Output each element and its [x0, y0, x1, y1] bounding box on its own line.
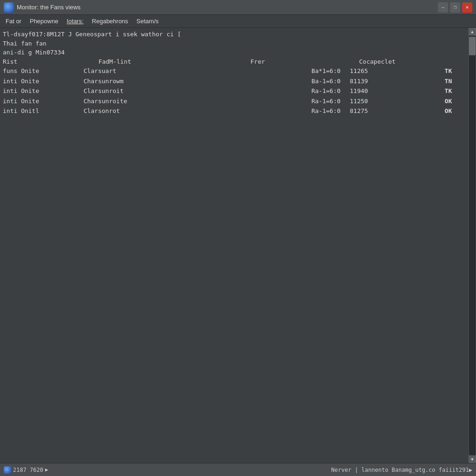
statusbar: 2187 7620 ▶ Nerver | lannento Banamg_utg… — [0, 463, 476, 476]
table-header-row: Rist FadM-lint Frer Cocapeclet — [3, 57, 466, 66]
scroll-track — [469, 36, 476, 455]
table-cell: Clarsunroit — [80, 86, 223, 96]
table-cell: inti Onite — [3, 86, 80, 96]
col-header-rist: Rist — [3, 57, 80, 66]
table-row: funs OniteClarsuartBa*1=6:011265TK — [3, 66, 466, 76]
table-cell: 81139 — [350, 76, 445, 86]
table-row: inti OniteCharsunrowmBa-1=6:081139TN — [3, 76, 466, 86]
titlebar-left: Monitor: the Fans views — [4, 2, 80, 13]
titlebar-controls: — ❐ ✕ — [438, 2, 472, 13]
menu-item-phepowne[interactable]: Phepowne — [26, 17, 62, 26]
table-row: inti OnitlClarsonrotRa-1=6:081275OK — [3, 106, 466, 116]
col-header-frer: Frer — [223, 57, 350, 66]
table-cell: funs Onite — [3, 66, 80, 76]
minimize-button[interactable]: — — [438, 2, 448, 13]
data-table: Rist FadM-lint Frer Cocapeclet funs Onit… — [3, 57, 466, 116]
table-cell: 11940 — [350, 86, 445, 96]
statusbar-play-button[interactable]: ▶ — [45, 467, 48, 473]
table-cell: TK — [445, 86, 466, 96]
statusbar-left: 2187 7620 ▶ — [4, 466, 48, 474]
table-cell: TK — [445, 66, 466, 76]
content-line1: Tl-dsayf017:8M12T J Geneospart i ssek wa… — [3, 30, 466, 39]
menu-item-regabehrons[interactable]: Regabehrons — [88, 17, 132, 26]
table-cell: 11250 — [350, 96, 445, 106]
table-cell: OK — [445, 106, 466, 116]
menu-item-setam/s[interactable]: Setam/s — [133, 17, 163, 26]
content-area: Tl-dsayf017:8M12T J Geneospart i ssek wa… — [0, 28, 469, 463]
scroll-down-button[interactable]: ▼ — [469, 456, 476, 463]
close-button[interactable]: ✕ — [462, 2, 472, 13]
table-cell: Clarsuart — [80, 66, 223, 76]
scrollbar: ▲ ▼ — [469, 28, 476, 463]
table-cell: inti Onite — [3, 76, 80, 86]
table-cell: Charsunroite — [80, 96, 223, 106]
table-cell: Ra-1=6:0 — [223, 106, 350, 116]
table-row: inti OniteClarsunroitRa-1=6:011940TK — [3, 86, 466, 96]
table-cell: inti Onite — [3, 96, 80, 106]
titlebar: Monitor: the Fans views — ❐ ✕ — [0, 0, 476, 15]
statusbar-right: Nerver | lannento Banamg_utg.co faiiit29… — [331, 467, 472, 473]
table-row: inti OniteCharsunroiteRa-1=6:011250OK — [3, 96, 466, 106]
menu-item-iotars:[interactable]: Iotars: — [63, 17, 87, 26]
table-cell: Clarsonrot — [80, 106, 223, 116]
table-cell: Ba-1=6:0 — [223, 76, 350, 86]
main-wrapper: Tl-dsayf017:8M12T J Geneospart i ssek wa… — [0, 28, 476, 463]
menu-item-fat-or[interactable]: Fat or — [2, 17, 25, 26]
statusbar-icon — [4, 466, 11, 474]
titlebar-title: Monitor: the Fans views — [17, 4, 80, 11]
maximize-button[interactable]: ❐ — [450, 2, 460, 13]
table-cell: Ba*1=6:0 — [223, 66, 350, 76]
statusbar-nums: 2187 7620 — [13, 467, 43, 473]
table-cell: inti Onitl — [3, 106, 80, 116]
table-cell: Charsunrowm — [80, 76, 223, 86]
table-cell: TN — [445, 76, 466, 86]
col-header-fadm: FadM-lint — [80, 57, 223, 66]
table-cell: Ra-1=6:0 — [223, 96, 350, 106]
table-cell: 11265 — [350, 66, 445, 76]
table-cell: 81275 — [350, 106, 445, 116]
table-cell: Ra-1=6:0 — [223, 86, 350, 96]
content-line3: ani-di g Min07334 — [3, 48, 466, 57]
table-body: funs OniteClarsuartBa*1=6:011265TKinti O… — [3, 66, 466, 116]
scroll-up-button[interactable]: ▲ — [469, 28, 476, 35]
scroll-thumb[interactable] — [469, 37, 476, 55]
menubar: Fat orPhepowneIotars:RegabehronsSetam/s — [0, 15, 476, 28]
app-icon — [4, 2, 14, 13]
table-cell: OK — [445, 96, 466, 106]
col-header-coca: Cocapeclet — [350, 57, 445, 66]
content-line2: Thai fan fan — [3, 39, 466, 48]
